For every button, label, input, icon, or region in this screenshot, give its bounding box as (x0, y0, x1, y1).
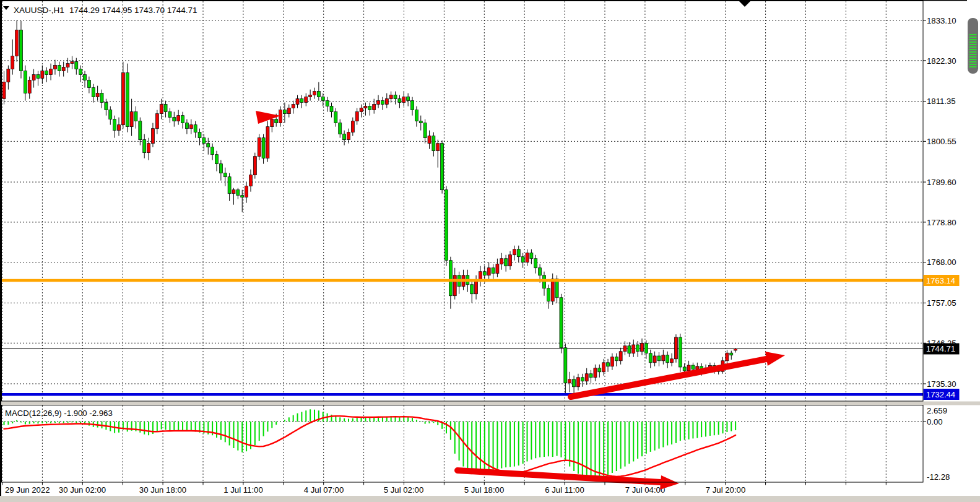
current-price-badge: 1744.71 (924, 344, 960, 355)
chart-title-symbol: XAUUSD-,H1 (14, 6, 64, 15)
candle-body (581, 378, 584, 381)
time-axis-label: 7 Jul 04:00 (625, 485, 666, 495)
candle-body (394, 95, 397, 99)
candle-body (679, 337, 682, 367)
candle-body (173, 118, 176, 121)
candle-body (126, 73, 129, 127)
candle-body (24, 71, 27, 93)
orange-level-badge: 1763.14 (924, 275, 960, 286)
window-top-border (0, 0, 967, 1)
candle-body (164, 105, 167, 112)
candle-body (139, 121, 142, 140)
candle-body (683, 367, 686, 371)
candle-body (321, 97, 324, 101)
candle-body (636, 345, 640, 352)
candle-body (619, 352, 622, 361)
candle-body (50, 69, 53, 75)
candle-body (262, 138, 265, 158)
candle-body (610, 357, 614, 366)
candle-body (19, 30, 22, 71)
macd-scale-min-label: -12.28 (927, 472, 950, 482)
candle-body (381, 101, 384, 105)
candle-body (496, 264, 499, 274)
candle-body (109, 110, 112, 119)
price-axis-label: 1778.80 (927, 218, 956, 227)
candle-body (313, 92, 316, 95)
scrollbar (968, 18, 978, 74)
candle-body (11, 56, 14, 69)
candle-body (228, 177, 231, 194)
macd-scale-zero-label: 0.00 (927, 417, 943, 426)
candle-body (292, 105, 295, 108)
candle-body (594, 368, 597, 378)
candle-body (215, 155, 219, 164)
candle-body (253, 157, 256, 175)
candle-body (287, 108, 290, 114)
candle-body (407, 97, 410, 101)
candle-body (296, 99, 299, 105)
price-axis-label: 1822.30 (927, 56, 956, 66)
scrollbar-thumb[interactable] (968, 18, 978, 74)
time-axis-label: 29 Jun 2022 (5, 485, 50, 495)
candle-body (453, 275, 456, 296)
main-chart-panel[interactable] (2, 1, 923, 401)
candle-body (300, 99, 303, 103)
time-axis-label: 7 Jul 20:00 (706, 485, 746, 495)
candle-body (547, 288, 550, 301)
candle-body (555, 279, 558, 298)
time-axis-label: 30 Jun 02:00 (59, 485, 106, 495)
candle-body (130, 112, 133, 127)
price-axis-label: 1735.30 (927, 379, 956, 389)
candle-body (505, 259, 508, 266)
candle-body (177, 116, 180, 121)
candle-body (411, 101, 414, 110)
time-axis-label: 5 Jul 02:00 (384, 485, 424, 495)
candle-body (219, 164, 222, 173)
price-axis-label: 1833.10 (927, 16, 956, 25)
candle-body (389, 95, 392, 99)
price-axis-label: 1800.55 (927, 137, 956, 146)
candle-body (7, 69, 10, 82)
candle-body (542, 275, 545, 288)
candle-body (692, 365, 695, 370)
candle-body (113, 119, 116, 131)
candle-body (649, 353, 652, 363)
candle-body (483, 272, 486, 275)
chart-title-ohlc: 1744.29 1744.95 1743.70 1744.71 (69, 6, 197, 15)
candle-body (100, 93, 103, 103)
candle-body (364, 106, 367, 108)
candle-body (62, 67, 65, 71)
candle-body (513, 249, 516, 255)
candle-body (53, 66, 56, 69)
candle-body (326, 101, 329, 106)
candle-body (258, 138, 261, 157)
panel-separator[interactable] (1, 402, 980, 405)
candle-body (560, 298, 563, 348)
candle-body (134, 112, 137, 121)
candle-body (211, 147, 214, 155)
candle-body (249, 175, 252, 186)
candle-body (551, 279, 554, 301)
candle-body (517, 249, 520, 257)
candle-body (279, 110, 282, 123)
candle-body (415, 110, 418, 121)
candle-body (385, 99, 388, 105)
candle-body (28, 80, 31, 93)
candle-body (232, 190, 235, 194)
candle-body (181, 116, 184, 123)
candle-body (632, 345, 635, 353)
candle-body (576, 378, 579, 387)
candle-body (147, 144, 150, 153)
candle-body (666, 355, 669, 363)
candle-body (539, 268, 542, 275)
candle-body (726, 353, 729, 361)
candle-body (223, 173, 227, 177)
candle-body (84, 75, 87, 80)
candle-body (283, 110, 286, 114)
candle-body (653, 356, 656, 363)
candle-body (79, 69, 82, 75)
candle-body (696, 366, 699, 370)
candle-body (398, 99, 401, 103)
candle-body (71, 62, 74, 64)
candle-body (355, 112, 358, 121)
